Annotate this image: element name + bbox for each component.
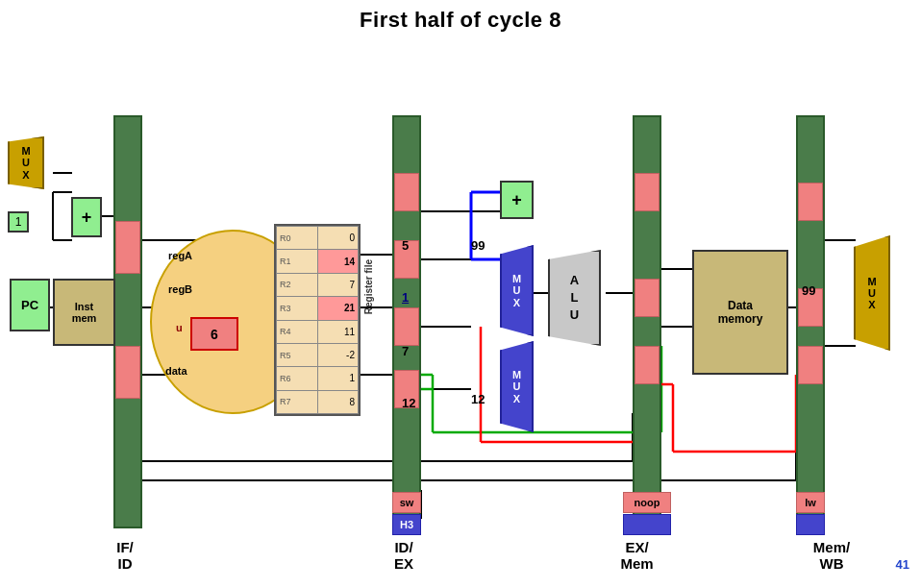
- ex-mem-label: EX/Mem: [620, 539, 653, 572]
- mem-wb-pink-3: [798, 346, 823, 384]
- u-label: u: [176, 322, 183, 333]
- noop-blue: [623, 514, 671, 535]
- alu-box: A L U: [548, 250, 601, 346]
- mux-wb-label: M U X: [867, 276, 876, 310]
- mux-if: M U X: [8, 136, 44, 189]
- mux-ex-upper: M U X: [500, 245, 534, 336]
- label-1: 1: [402, 290, 409, 305]
- ex-plus-label: +: [511, 190, 522, 210]
- stage-mem-wb: Mem/WB: [803, 539, 860, 572]
- mux-if-label: M U X: [21, 145, 30, 180]
- mux-wb: M U X: [854, 235, 890, 351]
- page-title: First half of cycle 8: [0, 0, 921, 33]
- label-7: 7: [402, 344, 409, 358]
- ex-mem-pink-2: [635, 279, 660, 317]
- inst-mem-label: Inst mem: [72, 301, 97, 324]
- label-12b: 12: [471, 392, 485, 406]
- one-label: 1: [15, 215, 22, 229]
- pc-box: PC: [10, 279, 50, 331]
- val6-label: 6: [211, 327, 218, 342]
- mux-ex-lower: M U X: [500, 341, 534, 432]
- if-id-label: IF/ID: [116, 539, 134, 572]
- register-file-label: Register file: [363, 259, 374, 314]
- if-id-pink-2: [115, 346, 140, 399]
- mux-ex-lower-label: M U X: [512, 369, 521, 404]
- one-input: 1: [8, 211, 29, 233]
- inst-mem-box: Inst mem: [53, 279, 115, 346]
- ex-adder: +: [500, 181, 534, 219]
- stage-if-id: IF/ID: [96, 539, 154, 572]
- pc-label: PC: [21, 298, 38, 312]
- label-99-2: 99: [802, 283, 815, 298]
- stage-id-ex: ID/EX: [375, 539, 433, 572]
- id-ex-label: ID/EX: [394, 539, 413, 572]
- id-ex-pink-1: [394, 173, 419, 211]
- lw-blue: [796, 514, 825, 535]
- mux-ex-upper-label: M U X: [512, 273, 521, 307]
- lw-label: lw: [796, 492, 825, 513]
- if-id-pink-1: [115, 221, 140, 274]
- mem-wb-label: Mem/WB: [813, 539, 850, 572]
- ex-mem-pink-1: [635, 173, 660, 211]
- sw-label: sw: [392, 492, 421, 513]
- label-12: 12: [402, 396, 415, 410]
- plus-label: +: [82, 208, 92, 228]
- data-label: data: [165, 365, 187, 377]
- alu-label: A L U: [570, 272, 579, 325]
- stage-ex-mem: EX/Mem: [606, 539, 668, 572]
- if-id-register: [113, 115, 142, 528]
- page-number: 41: [896, 557, 909, 572]
- data-memory-label: Data memory: [718, 299, 763, 326]
- register-table: R00 R114 R27 R321 R411 R5-2 R61 R78: [274, 224, 361, 416]
- h3-label: H3: [392, 514, 421, 535]
- mem-wb-pink-1: [798, 183, 823, 221]
- adder-box: +: [71, 197, 102, 237]
- regb-label: regB: [168, 283, 192, 295]
- rega-label: regA: [168, 250, 192, 261]
- ex-mem-pink-3: [635, 346, 660, 384]
- label-5: 5: [402, 238, 409, 253]
- u-box: 6: [190, 317, 238, 351]
- noop-label: noop: [623, 492, 671, 513]
- id-ex-pink-3: [394, 307, 419, 346]
- data-memory-box: Data memory: [692, 250, 788, 375]
- label-99-1: 99: [471, 238, 485, 253]
